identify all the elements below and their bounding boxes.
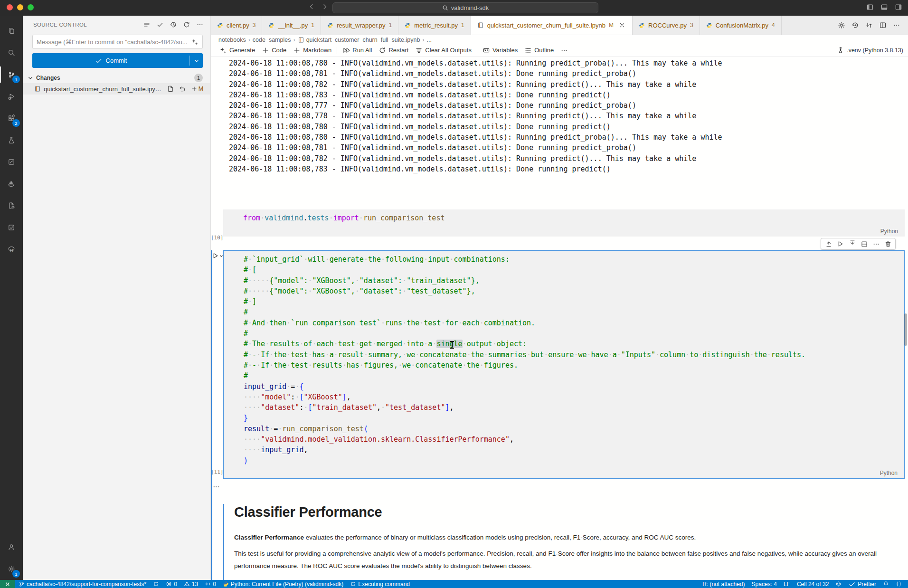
breadcrumb-item[interactable]: code_samples bbox=[253, 37, 291, 43]
activity-files-icon[interactable] bbox=[0, 20, 23, 42]
panel-left-icon[interactable] bbox=[866, 3, 874, 11]
editor-scrollbar[interactable] bbox=[904, 313, 907, 346]
history-icon[interactable] bbox=[170, 21, 177, 28]
toolbar-variables[interactable]: Variables bbox=[479, 47, 521, 54]
toolbar-outline[interactable]: Outline bbox=[521, 47, 557, 54]
tab-label: ConfusionMatrix.py bbox=[716, 22, 768, 29]
status-branch-icon[interactable]: cachafla/sc-4842/support-for-comparison-… bbox=[15, 580, 150, 588]
activity-run-debug-icon[interactable] bbox=[0, 85, 23, 107]
commit-dropdown-button[interactable] bbox=[190, 53, 203, 68]
activity-file-gear-icon[interactable] bbox=[0, 195, 23, 217]
run-above-icon[interactable] bbox=[823, 239, 833, 249]
activity-r-language-icon[interactable]: R bbox=[0, 238, 23, 260]
tab-ROCCurve.py[interactable]: ROCCurve.py3 bbox=[633, 16, 700, 35]
activity-docker-icon[interactable] bbox=[0, 173, 23, 195]
check-icon[interactable] bbox=[156, 21, 164, 28]
activity-extension-box-icon[interactable] bbox=[0, 217, 23, 238]
activity-extensions-icon[interactable]: 2 bbox=[0, 107, 23, 129]
view-list-icon[interactable] bbox=[143, 21, 151, 28]
tab-ConfusionMatrix.py[interactable]: ConfusionMatrix.py4 bbox=[700, 16, 782, 35]
status-cell-24-of-32[interactable]: Cell 24 of 32 bbox=[794, 580, 832, 588]
activity-settings-gear-icon[interactable]: 1 bbox=[0, 558, 23, 580]
traffic-lights bbox=[7, 4, 34, 10]
toolbar-clear-all-outputs[interactable]: Clear All Outputs bbox=[412, 47, 475, 54]
cell-language-label[interactable]: Python bbox=[880, 470, 898, 476]
activity-account-icon[interactable] bbox=[0, 536, 23, 558]
status-remote-icon[interactable] bbox=[0, 580, 15, 588]
activity-notebook-box-icon[interactable] bbox=[0, 151, 23, 173]
status-lf[interactable]: LF bbox=[780, 580, 794, 588]
run-cell-button[interactable] bbox=[212, 252, 224, 259]
cell-language-label[interactable]: Python bbox=[880, 228, 898, 235]
run-below-icon[interactable] bbox=[847, 239, 857, 249]
history-icon[interactable] bbox=[851, 21, 859, 29]
status-python-icon[interactable]: Python: Current File (Poetry) (validmind… bbox=[219, 580, 347, 588]
generate-commit-message-icon[interactable] bbox=[191, 38, 199, 46]
status-bell-icon[interactable] bbox=[880, 580, 892, 588]
tab-metric_result.py[interactable]: metric_result.py1 bbox=[398, 16, 471, 35]
split-editor-icon[interactable] bbox=[879, 21, 887, 29]
log-line: 2024-06-18 11:00:08,778 - INFO(validmind… bbox=[229, 111, 722, 121]
run-cell-icon[interactable] bbox=[835, 239, 845, 249]
kernel-picker[interactable]: .venv (Python 3.8.13) bbox=[837, 47, 908, 54]
breadcrumb-item[interactable]: quickstart_customer_churn_full_suite.ipy… bbox=[298, 37, 420, 43]
activity-source-control-icon[interactable]: 1 bbox=[0, 64, 23, 85]
tab-quickstart_customer_churn_full_suite.ipynb[interactable]: quickstart_customer_churn_full_suite.ipy… bbox=[471, 16, 633, 35]
commit-button[interactable]: Commit bbox=[32, 53, 203, 68]
command-center-search[interactable]: validmind-sdk bbox=[332, 2, 598, 13]
notebook-icon bbox=[298, 37, 304, 43]
changes-section-header[interactable]: Changes 1 bbox=[23, 72, 210, 83]
status-sync-icon[interactable] bbox=[150, 580, 162, 588]
toolbar-generate[interactable]: Generate bbox=[216, 47, 258, 54]
toolbar-restart[interactable]: Restart bbox=[375, 47, 412, 54]
close-window-button[interactable] bbox=[7, 4, 13, 10]
code-line: ····input_grid, bbox=[244, 445, 904, 455]
breadcrumb-item[interactable]: notebooks bbox=[218, 37, 246, 43]
activity-search-icon[interactable] bbox=[0, 42, 23, 64]
refresh-icon[interactable] bbox=[183, 21, 190, 28]
tab-result_wrapper.py[interactable]: result_wrapper.py1 bbox=[321, 16, 398, 35]
open-file-icon[interactable] bbox=[167, 85, 174, 93]
tab-__init__.py[interactable]: __init__.py1 bbox=[262, 16, 321, 35]
minimize-window-button[interactable] bbox=[17, 4, 23, 10]
status-spaces-4[interactable]: Spaces: 4 bbox=[748, 580, 780, 588]
more-icon[interactable] bbox=[196, 21, 204, 28]
status-broadcast-icon[interactable]: 0 bbox=[201, 580, 219, 588]
status-warning-icon[interactable]: 13 bbox=[180, 580, 201, 588]
code-cell-10[interactable]: from·validmind.tests·import·run_comparis… bbox=[223, 209, 905, 237]
panel-bottom-icon[interactable] bbox=[880, 3, 888, 11]
maximize-window-button[interactable] bbox=[28, 4, 34, 10]
more-icon[interactable] bbox=[871, 239, 881, 249]
status-smiley-icon[interactable] bbox=[832, 580, 845, 588]
delete-icon[interactable] bbox=[883, 239, 893, 249]
split-cell-icon[interactable] bbox=[859, 239, 869, 249]
clear-outputs-icon bbox=[415, 47, 423, 54]
discard-changes-icon[interactable] bbox=[179, 85, 186, 93]
commit-message-input[interactable]: Message (⌘Enter to commit on "cachafla/s… bbox=[32, 35, 203, 49]
stage-changes-icon[interactable] bbox=[190, 85, 198, 93]
code-cell-11[interactable]: #·`input_grid`·will·generate·the·followi… bbox=[223, 250, 905, 479]
status-error-icon[interactable]: 0 bbox=[162, 580, 180, 588]
activity-test-beaker-icon[interactable] bbox=[0, 129, 23, 151]
history-forward-button[interactable] bbox=[321, 3, 329, 10]
markdown-cell[interactable]: Classifier Performance Classifier Perfor… bbox=[223, 504, 905, 580]
panel-right-icon[interactable] bbox=[895, 3, 902, 11]
toolbar-code[interactable]: Code bbox=[258, 47, 290, 54]
toolbar-more[interactable] bbox=[557, 47, 571, 54]
tab-client.py[interactable]: client.py3 bbox=[211, 16, 262, 35]
toolbar-markdown[interactable]: Markdown bbox=[290, 47, 335, 54]
compare-icon[interactable] bbox=[865, 21, 873, 29]
status-r-not-attached-[interactable]: R: (not attached) bbox=[699, 580, 748, 588]
changed-file-row[interactable]: quickstart_customer_churn_full_suite.ipy… bbox=[23, 83, 210, 95]
status-sync-spin-icon[interactable]: Executing command bbox=[347, 580, 413, 588]
status-check-icon[interactable]: Prettier bbox=[845, 580, 880, 588]
code-line: #·-·If·the·test·has·a·result·summary,·we… bbox=[244, 350, 904, 360]
toolbar-run-all[interactable]: Run All bbox=[339, 47, 375, 54]
history-back-button[interactable] bbox=[308, 3, 315, 10]
status-braces-icon[interactable] bbox=[892, 580, 905, 588]
close-icon[interactable] bbox=[618, 21, 626, 29]
settings-gear-icon[interactable] bbox=[838, 21, 845, 29]
more-icon[interactable] bbox=[893, 21, 900, 29]
collapsed-range-indicator[interactable]: ... bbox=[213, 482, 220, 489]
breadcrumb-item[interactable]: ... bbox=[427, 37, 432, 43]
